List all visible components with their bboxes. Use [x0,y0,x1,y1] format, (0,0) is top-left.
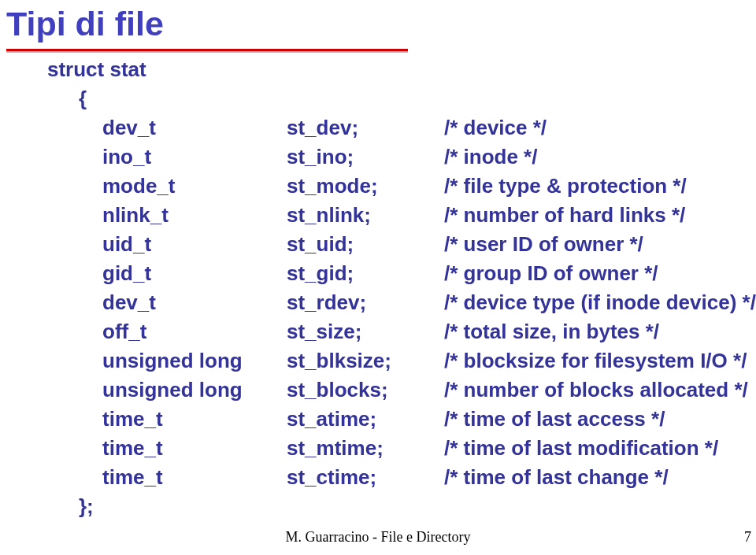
divider-gray [6,51,408,53]
struct-row: nlink_tst_nlink;/* number of hard links … [47,201,732,230]
row-type: dev_t [102,113,287,142]
row-field: st_blocks; [287,376,444,405]
row-type: unsigned long [102,376,287,405]
row-comment: /* total size, in bytes */ [444,317,659,346]
row-comment: /* group ID of owner */ [444,259,658,288]
struct-rows: dev_tst_dev;/* device */ino_tst_ino;/* i… [47,113,732,492]
row-field: st_nlink; [287,201,444,230]
page-number: 7 [744,529,751,546]
brace-open: { [47,84,732,113]
row-field: st_dev; [287,113,444,142]
row-type: time_t [102,463,287,492]
row-comment: /* time of last access */ [444,405,665,434]
row-comment: /* file type & protection */ [444,172,687,201]
struct-row: dev_tst_dev;/* device */ [47,113,732,142]
row-type: dev_t [102,288,287,317]
brace-open-text: { [79,87,87,110]
row-type: unsigned long [102,346,287,376]
row-type: ino_t [102,142,287,172]
row-field: st_atime; [287,405,444,434]
row-comment: /* device */ [444,113,547,142]
slide-title: Tipi di file [6,5,164,43]
row-field: st_mtime; [287,434,444,463]
brace-close-text: }; [79,494,94,518]
row-type: mode_t [102,172,287,201]
code-block: struct stat { dev_tst_dev;/* device */in… [47,55,732,521]
struct-row: ino_tst_ino;/* inode */ [47,142,732,172]
struct-row: unsigned longst_blocks;/* number of bloc… [47,376,732,405]
struct-row: uid_tst_uid;/* user ID of owner */ [47,230,732,259]
footer-text: M. Guarracino - File e Directory [0,529,756,546]
struct-keyword: struct stat [47,57,146,81]
row-type: uid_t [102,230,287,259]
brace-close: }; [47,492,732,521]
row-comment: /* time of last modification */ [444,434,718,463]
row-comment: /* blocksize for filesystem I/O */ [444,346,747,376]
row-comment: /* time of last change */ [444,463,669,492]
struct-row: time_tst_mtime;/* time of last modificat… [47,434,732,463]
row-field: st_mode; [287,172,444,201]
struct-row: mode_tst_mode;/* file type & protection … [47,172,732,201]
struct-row: off_tst_size;/* total size, in bytes */ [47,317,732,346]
row-field: st_uid; [287,230,444,259]
row-type: gid_t [102,259,287,288]
row-field: st_ctime; [287,463,444,492]
row-comment: /* number of hard links */ [444,201,685,230]
struct-row: gid_tst_gid;/* group ID of owner */ [47,259,732,288]
row-comment: /* number of blocks allocated */ [444,376,748,405]
row-type: nlink_t [102,201,287,230]
struct-decl: struct stat [47,55,732,84]
row-comment: /* user ID of owner */ [444,230,643,259]
slide: Tipi di file struct stat { dev_tst_dev;/… [0,0,756,555]
struct-row: dev_tst_rdev;/* device type (if inode de… [47,288,732,317]
row-field: st_ino; [287,142,444,172]
row-comment: /* inode */ [444,142,537,172]
row-field: st_rdev; [287,288,444,317]
row-field: st_gid; [287,259,444,288]
struct-row: time_tst_atime;/* time of last access */ [47,405,732,434]
struct-row: unsigned longst_blksize;/* blocksize for… [47,346,732,376]
row-comment: /* device type (if inode device) */ [444,288,756,317]
row-field: st_blksize; [287,346,444,376]
row-type: time_t [102,405,287,434]
struct-row: time_tst_ctime;/* time of last change */ [47,463,732,492]
row-field: st_size; [287,317,444,346]
row-type: off_t [102,317,287,346]
row-type: time_t [102,434,287,463]
